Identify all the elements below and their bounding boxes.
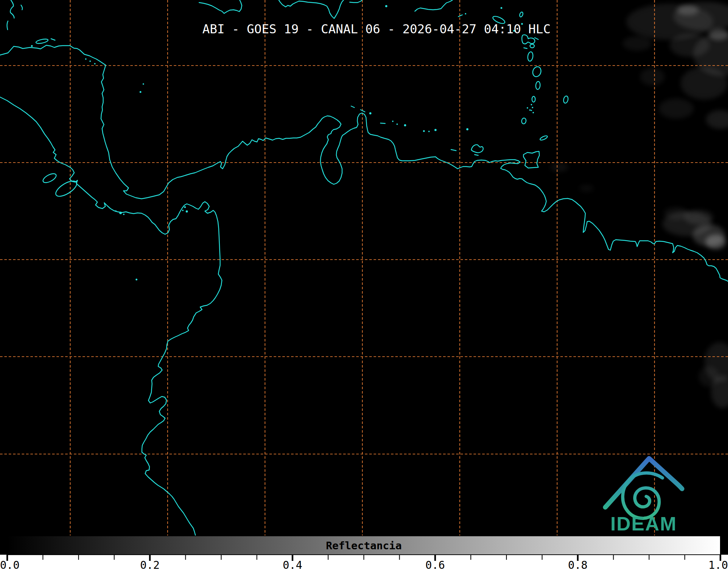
island-dot bbox=[396, 123, 398, 125]
cloud-patch bbox=[550, 163, 568, 172]
island-dot bbox=[392, 121, 394, 122]
cloud-patch bbox=[579, 185, 594, 192]
island-dot bbox=[123, 214, 125, 215]
colorbar: 0.00.20.40.60.81.0 Reflectancia bbox=[0, 536, 728, 571]
map-background bbox=[0, 0, 728, 555]
logo-text: IDEAM bbox=[610, 513, 677, 534]
island-dot bbox=[423, 130, 425, 132]
image-title: ABI - GOES 19 - CANAL 06 - 2026-04-27 04… bbox=[202, 22, 551, 36]
map-canvas: ABI - GOES 19 - CANAL 06 - 2026-04-27 04… bbox=[0, 0, 728, 571]
cloud-patch bbox=[623, 36, 652, 51]
colorbar-tick-label: 1.0 bbox=[708, 559, 728, 571]
island-dot bbox=[115, 210, 117, 212]
island-dot bbox=[369, 112, 371, 114]
colorbar-label: Reflectancia bbox=[326, 539, 402, 552]
island-dot bbox=[532, 107, 533, 108]
cloud-patch bbox=[664, 207, 689, 220]
coastline bbox=[380, 123, 385, 123]
colorbar-tick-label: 0.0 bbox=[0, 559, 20, 571]
cloud-patch bbox=[699, 366, 719, 387]
colorbar-tick-label: 0.2 bbox=[140, 559, 160, 571]
island-dot bbox=[186, 210, 188, 213]
cloud-patch bbox=[670, 34, 710, 57]
cloud-patch bbox=[677, 5, 699, 15]
colorbar-tick-label: 0.4 bbox=[283, 559, 302, 571]
island-dot bbox=[465, 13, 466, 14]
cloud-patch bbox=[706, 235, 726, 249]
island-dot bbox=[428, 131, 430, 132]
satellite-image-viewport: ABI - GOES 19 - CANAL 06 - 2026-04-27 04… bbox=[0, 0, 728, 571]
island-dot bbox=[527, 107, 528, 109]
colorbar-tick-label: 0.6 bbox=[425, 559, 445, 571]
island-dot bbox=[119, 212, 122, 214]
island-dot bbox=[529, 109, 531, 111]
island-dot bbox=[385, 5, 387, 7]
island-dot bbox=[31, 45, 33, 47]
island-dot bbox=[404, 124, 406, 126]
cloud-patch bbox=[684, 210, 713, 224]
cloud-patch bbox=[659, 98, 694, 119]
island-dot bbox=[184, 206, 186, 208]
island-dot bbox=[136, 279, 138, 281]
colorbar-tick-label: 0.8 bbox=[568, 559, 588, 571]
island-dot bbox=[531, 104, 532, 105]
island-dot bbox=[531, 110, 532, 111]
island-dot bbox=[143, 83, 144, 85]
island-dot bbox=[94, 63, 96, 64]
cloud-patch bbox=[681, 67, 728, 100]
island-dot bbox=[434, 129, 437, 131]
island-dot bbox=[533, 112, 534, 113]
island-dot bbox=[85, 58, 87, 60]
island-dot bbox=[466, 128, 468, 130]
island-dot bbox=[501, 7, 502, 9]
cloud-patch bbox=[640, 68, 665, 85]
island-dot bbox=[140, 91, 142, 93]
island-dot bbox=[89, 60, 91, 62]
island-dot bbox=[182, 210, 184, 211]
